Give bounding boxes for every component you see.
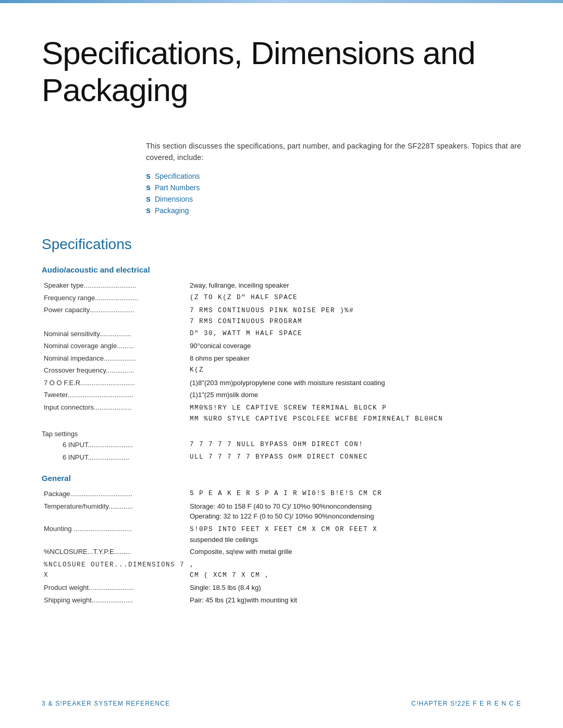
- table-row: Crossover frequency............... K(Z: [42, 364, 521, 377]
- table-row: Mounting ...............................…: [42, 523, 521, 546]
- toc-item-packaging[interactable]: s Packaging: [146, 206, 521, 215]
- spec-label: Package.................................: [42, 488, 188, 500]
- spec-value: Storage: 40 to 158 F (40 to 70 C)/ 10%o …: [188, 500, 521, 523]
- spec-label: Shipping weight......................: [42, 594, 188, 607]
- spec-label: Speaker type............................: [42, 279, 188, 292]
- intro-paragraph: This section discusses the specification…: [42, 140, 521, 164]
- tap-input-label-2: 6 INPUT......................: [42, 451, 188, 464]
- spec-label: Input connectors....................: [42, 401, 188, 425]
- footer-left: 3 & S!PEAKER SYSTEM REFERENCE: [42, 700, 170, 707]
- spec-value: 8 ohms per speaker: [188, 352, 521, 365]
- spec-label: Nominal coverage angle.........: [42, 340, 188, 352]
- table-row: Speaker type............................…: [42, 279, 521, 292]
- toc-item-specifications[interactable]: s Specifications: [146, 171, 521, 181]
- toc-bullet-4: s: [146, 206, 151, 215]
- table-row: Temperature/humidity............. Storag…: [42, 500, 521, 523]
- spec-label: %NCLOSURE OUTER...DIMENSIONS 7 X: [42, 558, 188, 582]
- table-row: Nominal sensitivity................. D" …: [42, 328, 521, 340]
- table-row: Input connectors.................... MM0…: [42, 401, 521, 425]
- table-row: 6 INPUT........................ 7 7 7 7 …: [42, 439, 521, 451]
- table-row: 7 O O F.E.R.............................…: [42, 377, 521, 389]
- toc-link-dimensions[interactable]: Dimensions: [155, 195, 193, 203]
- spec-value: 90°conical coverage: [188, 340, 521, 352]
- table-row: Package.................................…: [42, 488, 521, 500]
- toc-list: s Specifications s Part Numbers s Dimens…: [42, 171, 521, 215]
- toc-link-specifications[interactable]: Specifications: [155, 172, 200, 180]
- spec-label: Nominal sensitivity.................: [42, 328, 188, 340]
- tap-input-label-1: 6 INPUT........................: [42, 439, 188, 451]
- footer: 3 & S!PEAKER SYSTEM REFERENCE C!HAPTER S…: [0, 700, 563, 707]
- spec-value: S!0PS INTO FEET X FEET CM X CM OR FEET X…: [188, 523, 521, 546]
- spec-value: (1)1"(25 mm)silk dome: [188, 389, 521, 401]
- general-specs-table: Package.................................…: [42, 488, 521, 606]
- toc-bullet-2: s: [146, 183, 151, 192]
- spec-value: (Z TO K(Z D" HALF SPACE: [188, 292, 521, 304]
- spec-value: S P E A K E R S P A I R WI0!S B!E!S CM C…: [188, 488, 521, 500]
- spec-value: Pair: 45 lbs (21 kg)with mounting kit: [188, 594, 521, 607]
- table-row: Nominal coverage angle......... 90°conic…: [42, 340, 521, 352]
- toc-bullet-1: s: [146, 171, 151, 181]
- tap-settings-label: Tap settings: [42, 430, 521, 438]
- page-title: Specifications, Dimensions and Packaging: [42, 34, 521, 109]
- general-subsection-heading: General: [42, 474, 521, 483]
- tap-input-value-2: ULL 7 7 7 7 7 BYPASS OHM DIRECT CONNEC: [188, 451, 521, 464]
- spec-label: Frequency range.......................: [42, 292, 188, 304]
- spec-value: Composite, sq!ew with metal grille: [188, 546, 521, 558]
- toc-link-part-numbers[interactable]: Part Numbers: [155, 183, 200, 192]
- toc-bullet-3: s: [146, 194, 151, 204]
- spec-value: 2way, fullrange, inceiling speaker: [188, 279, 521, 292]
- table-row: %NCLOSURE OUTER...DIMENSIONS 7 X , CM ( …: [42, 558, 521, 582]
- specifications-heading: Specifications: [42, 236, 521, 253]
- spec-label: Crossover frequency...............: [42, 364, 188, 377]
- spec-label: Mounting ...............................: [42, 523, 188, 546]
- table-row: %NCLOSURE...T.Y.P.E......... Composite, …: [42, 546, 521, 558]
- spec-label: Tweeter.................................…: [42, 389, 188, 401]
- spec-value: Single: 18.5 lbs (8.4 kg): [188, 582, 521, 594]
- table-row: 6 INPUT...................... ULL 7 7 7 …: [42, 451, 521, 464]
- table-row: Power capacity........................ 7…: [42, 304, 521, 328]
- tap-input-value-1: 7 7 7 7 7 NULL BYPASS OHM DIRECT CON!: [188, 439, 521, 451]
- audio-specs-table: Speaker type............................…: [42, 279, 521, 425]
- spec-label: %NCLOSURE...T.Y.P.E.........: [42, 546, 188, 558]
- toc-item-part-numbers[interactable]: s Part Numbers: [146, 183, 521, 192]
- toc-link-packaging[interactable]: Packaging: [155, 206, 189, 215]
- spec-value: 7 RMS CONTINUOUS PINK NOISE PER )%# 7 RM…: [188, 304, 521, 328]
- table-row: Shipping weight...................... Pa…: [42, 594, 521, 607]
- table-row: Tweeter.................................…: [42, 389, 521, 401]
- spec-value: , CM ( XCM 7 X CM ,: [188, 558, 521, 582]
- spec-label: Nominal impedance.................: [42, 352, 188, 365]
- toc-item-dimensions[interactable]: s Dimensions: [146, 194, 521, 204]
- spec-label: 7 O O F.E.R.............................: [42, 377, 188, 389]
- footer-right: C!HAPTER S!22E F E R E N C E: [411, 700, 521, 707]
- spec-label: Product weight........................: [42, 582, 188, 594]
- table-row: Product weight........................ S…: [42, 582, 521, 594]
- spec-label: Temperature/humidity.............: [42, 500, 188, 523]
- tap-specs-table: 6 INPUT........................ 7 7 7 7 …: [42, 439, 521, 463]
- spec-value: (1)8"(203 mm)polypropylene cone with moi…: [188, 377, 521, 389]
- spec-value: D" 30, WATT M HALF SPACE: [188, 328, 521, 340]
- table-row: Nominal impedance................. 8 ohm…: [42, 352, 521, 365]
- spec-label: Power capacity........................: [42, 304, 188, 328]
- table-row: Frequency range....................... (…: [42, 292, 521, 304]
- spec-value: MM0%S!RY LE CAPTIVE SCREW TERMINAL BLOCK…: [188, 401, 521, 425]
- audio-subsection-heading: Audio/acoustic and electrical: [42, 265, 521, 274]
- spec-value: K(Z: [188, 364, 521, 377]
